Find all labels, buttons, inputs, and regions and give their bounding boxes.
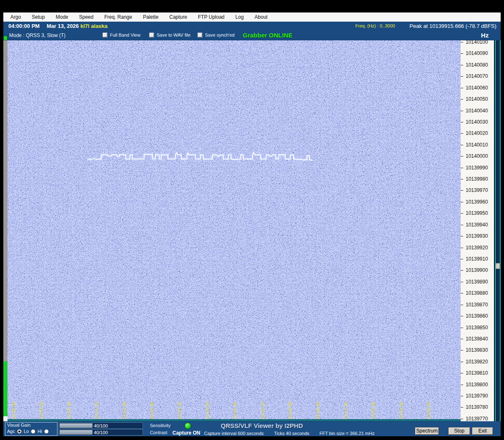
freq-tick-mark bbox=[461, 42, 463, 42]
frequency-scale: 1014010010140090101400801014007010140060… bbox=[461, 40, 494, 421]
freq-tick-mark bbox=[461, 373, 463, 373]
scan-progress-marker bbox=[3, 36, 7, 40]
hz-axis-title: Hz bbox=[472, 32, 497, 39]
time-axis-label: 15:59:20 bbox=[426, 402, 431, 420]
radio-hi[interactable] bbox=[44, 429, 49, 434]
freq-scale-label: 10139890 bbox=[461, 279, 494, 285]
menu-item-palette[interactable]: Palette bbox=[137, 12, 164, 22]
freq-tick-mark bbox=[461, 396, 463, 396]
freq-tick-mark bbox=[461, 407, 463, 408]
freq-scale-label: 10139900 bbox=[461, 267, 494, 273]
menu-item-log[interactable]: Log bbox=[230, 12, 249, 22]
freq-tick-mark bbox=[461, 419, 463, 419]
freq-scale-label: 10140050 bbox=[461, 96, 494, 102]
freq-scale-label: 10139780 bbox=[461, 404, 494, 410]
checkbox-save-to-wav-file[interactable]: Save to WAV file bbox=[149, 32, 190, 37]
noise-texture bbox=[7, 40, 461, 421]
checkbox-label: Full Band View bbox=[110, 32, 140, 37]
checkbox-label: Save synch'ed bbox=[205, 32, 235, 37]
freq-scale-label: 10140010 bbox=[461, 142, 494, 148]
checkbox-full-band-view[interactable]: Full Band View bbox=[102, 32, 140, 37]
contrast-slider[interactable]: 40/100 bbox=[59, 430, 142, 435]
stop-button[interactable]: Stop bbox=[448, 427, 470, 435]
grabber-online-status: Grabber ONLINE bbox=[243, 32, 292, 39]
freq-scale-label: 10140020 bbox=[461, 130, 494, 136]
time-axis-label: 15:52:00 bbox=[122, 402, 127, 420]
ticks-label: Ticks 40 seconds bbox=[274, 431, 309, 436]
freq-tick-mark bbox=[461, 293, 463, 293]
freq-tick-mark bbox=[461, 65, 463, 65]
freq-tick-mark bbox=[461, 339, 463, 339]
mode-label: Mode : QRSS 3, Slow (T) bbox=[9, 32, 65, 38]
freq-scale-label: 10139850 bbox=[461, 325, 494, 331]
mode-bar: Mode : QRSS 3, Slow (T) Grabber ONLINE H… bbox=[3, 31, 501, 40]
menu-item-ftp-upload[interactable]: FTP Upload bbox=[192, 12, 230, 22]
radio-label-lo: Lo bbox=[24, 429, 29, 434]
checkbox-save-synch-ed[interactable]: Save synch'ed bbox=[197, 32, 235, 37]
freq-tick-mark bbox=[461, 145, 463, 145]
radio-label-agc: Agc bbox=[7, 429, 15, 434]
capture-interval-label: Capture interval 600 seconds bbox=[204, 431, 264, 436]
freq-tick-mark bbox=[461, 99, 463, 99]
freq-scale-label: 10139840 bbox=[461, 336, 494, 342]
exit-button[interactable]: Exit bbox=[472, 427, 493, 435]
checkbox-box[interactable] bbox=[197, 32, 202, 37]
menu-item-argo[interactable]: Argo bbox=[5, 12, 26, 22]
freq-scale-label: 10139970 bbox=[461, 187, 494, 193]
freq-tick-mark bbox=[461, 53, 463, 54]
freq-scale-label: 10139790 bbox=[461, 393, 494, 399]
menu-item-mode[interactable]: Mode bbox=[50, 12, 74, 22]
freq-scale-label: 10139870 bbox=[461, 302, 494, 308]
sensitivity-label: Sensitivity bbox=[150, 423, 171, 428]
time-axis-label: 15:57:20 bbox=[343, 402, 348, 420]
freq-tick-mark bbox=[461, 122, 463, 122]
freq-tick-mark bbox=[461, 133, 463, 134]
time-axis-label: 15:50:40 bbox=[67, 402, 72, 420]
freq-tick-mark bbox=[461, 213, 463, 214]
scrollbar-thumb[interactable] bbox=[496, 263, 500, 269]
radio-agc[interactable] bbox=[17, 429, 22, 434]
peak-readout: Peak at 10139915.666 (-78.7 dBFS) bbox=[409, 23, 497, 29]
freq-tick-mark bbox=[461, 190, 463, 191]
visual-gain-group: Visual Gain AgcLoHi bbox=[5, 422, 57, 436]
frequency-scrollbar[interactable] bbox=[495, 40, 501, 421]
menu-item-speed[interactable]: Speed bbox=[74, 12, 99, 22]
freq-scale-label: 10139880 bbox=[461, 290, 494, 296]
capture-led-indicator bbox=[185, 423, 191, 429]
radio-lo[interactable] bbox=[31, 429, 35, 434]
radio-label-hi: Hi bbox=[37, 429, 42, 434]
fft-bin-size-label: FFT bin size = 366.21 mHz bbox=[319, 431, 374, 436]
freq-tick-mark bbox=[461, 305, 463, 305]
time-axis-label: 15:49:20 bbox=[11, 402, 16, 420]
freq-scale-label: 10140030 bbox=[461, 119, 494, 125]
freq-tick-mark bbox=[461, 88, 463, 88]
menu-bar: ArgoSetupModeSpeedFreq. RangePaletteCapt… bbox=[3, 12, 501, 22]
freq-tick-mark bbox=[461, 225, 463, 225]
freq-tick-mark bbox=[461, 362, 463, 362]
time-axis-label: 15:58:40 bbox=[399, 402, 404, 420]
time-axis-label: 15:54:00 bbox=[205, 402, 210, 420]
freq-tick-mark bbox=[461, 385, 463, 385]
scan-progress-bar bbox=[3, 40, 7, 421]
spectrum-button[interactable]: Spectrum bbox=[415, 427, 439, 435]
freq-scale-label: 10139770 bbox=[461, 416, 494, 422]
freq-scale-label: 10140080 bbox=[461, 62, 494, 68]
freq-tick-mark bbox=[461, 316, 463, 316]
visual-gain-title: Visual Gain bbox=[7, 423, 30, 428]
freq-tick-mark bbox=[461, 168, 463, 168]
freq-tick-mark bbox=[461, 282, 463, 282]
freq-tick-mark bbox=[461, 350, 463, 351]
menu-item-about[interactable]: About bbox=[249, 12, 273, 22]
slider-value: 40/100 bbox=[60, 430, 142, 435]
time-axis-label: 15:56:00 bbox=[288, 402, 293, 420]
menu-item-capture[interactable]: Capture bbox=[164, 12, 193, 22]
menu-item-freq-range[interactable]: Freq. Range bbox=[99, 12, 137, 22]
checkbox-box[interactable] bbox=[102, 32, 107, 37]
freq-scale-label: 10139830 bbox=[461, 347, 494, 353]
menu-item-setup[interactable]: Setup bbox=[26, 12, 50, 22]
time-axis-label: 15:58:00 bbox=[371, 402, 376, 420]
freq-tick-mark bbox=[461, 259, 463, 259]
time-axis-label: 15:56:40 bbox=[315, 402, 320, 420]
checkbox-box[interactable] bbox=[149, 32, 154, 37]
sensitivity-slider[interactable]: 40/100 bbox=[59, 423, 142, 428]
